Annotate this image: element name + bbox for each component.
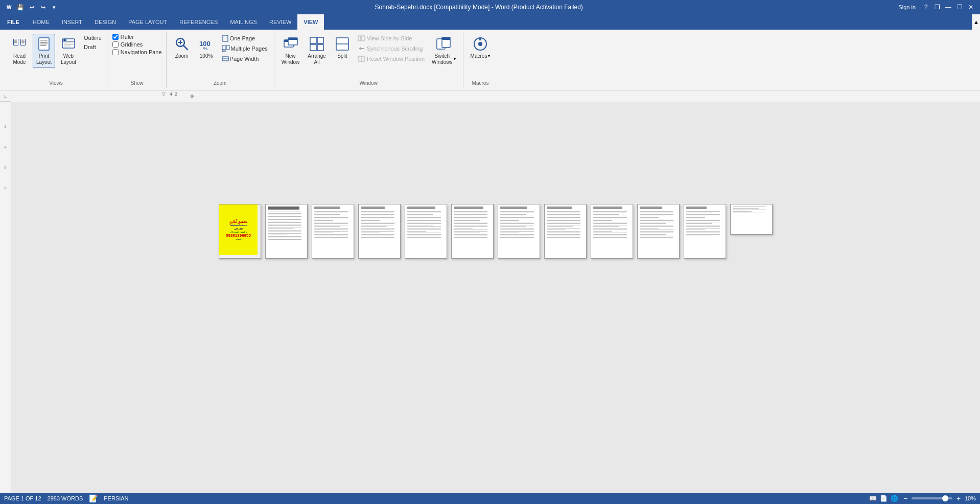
save-quick-btn[interactable]: 💾 (15, 2, 26, 12)
horizontal-ruler-area: L ▽ 4 2 ⊗ (0, 90, 980, 102)
zoom-100-btn[interactable]: 100 % 100% (195, 34, 218, 61)
customize-quick-access-btn[interactable]: ▾ (49, 2, 59, 12)
page-8 (544, 204, 587, 259)
one-page-label: One Page (230, 35, 255, 41)
text-line (268, 239, 301, 240)
read-mode-status-icon[interactable]: 📖 (869, 495, 877, 502)
reset-window-icon (358, 55, 365, 62)
tab-page-layout[interactable]: PAGE LAYOUT (122, 14, 173, 30)
tab-insert[interactable]: INSERT (56, 14, 88, 30)
navigation-pane-checkbox-label[interactable]: Navigation Pane (112, 49, 162, 55)
read-mode-btn[interactable]: ReadMode (8, 34, 31, 67)
arrange-all-btn[interactable]: ArrangeAll (305, 34, 329, 67)
window-sub-btns: View Side by Side Synchronous Scrolling (356, 34, 427, 73)
svg-rect-19 (63, 39, 66, 41)
zoom-slider[interactable] (912, 497, 952, 499)
redo-quick-btn[interactable]: ↪ (38, 2, 48, 12)
split-label: Split (337, 53, 347, 59)
print-layout-status-icon[interactable]: 📄 (880, 495, 888, 502)
zoom-out-btn[interactable]: − (901, 494, 909, 502)
arrange-all-icon (309, 36, 325, 52)
sign-in-btn[interactable]: Sign in (898, 4, 916, 10)
split-btn[interactable]: Split (331, 34, 354, 61)
tab-file[interactable]: FILE (0, 14, 27, 30)
word-count: 2983 WORDS (48, 495, 83, 501)
views-group: ReadMode PrintLayout (4, 32, 108, 88)
tab-view[interactable]: VIEW (297, 14, 324, 30)
language: PERSIAN (104, 495, 128, 501)
vertical-ruler: 2 4 6 8 (0, 102, 11, 493)
ribbon-display-btn[interactable]: ❐ (932, 2, 942, 12)
ruler-label: Ruler (121, 34, 134, 40)
print-layout-btn[interactable]: PrintLayout (33, 34, 55, 67)
tab-references[interactable]: REFERENCES (173, 14, 224, 30)
ribbon-spacer (497, 32, 976, 88)
outline-label: Outline (84, 35, 102, 41)
print-layout-label: PrintLayout (36, 53, 52, 65)
switch-arrow: ▾ (454, 57, 456, 61)
zoom-btn[interactable]: Zoom (171, 34, 193, 61)
multiple-pages-btn[interactable]: Multiple Pages (220, 44, 270, 53)
ribbon-content: ReadMode PrintLayout (0, 30, 980, 90)
doc-canvas[interactable]: تحقیق آنلاین TahghighOnline.ir فایل دانل… (11, 102, 980, 493)
title-bar-right: Sign in ? ❐ — ❐ ✕ (898, 2, 976, 12)
zoom-slider-thumb (942, 495, 948, 501)
undo-quick-btn[interactable]: ↩ (27, 2, 37, 12)
collapse-ribbon-btn[interactable]: ▲ (972, 14, 980, 30)
zoom-options: One Page Multiple Pages (220, 34, 270, 73)
tab-home[interactable]: HOME (27, 14, 56, 30)
outline-draft-group: Outline Draft (82, 34, 104, 60)
gridlines-checkbox-label[interactable]: Gridlines (112, 41, 162, 48)
text-line (268, 216, 301, 217)
switch-windows-btn[interactable]: SwitchWindows ▾ (429, 34, 459, 67)
proofing-icon[interactable]: 📝 (89, 494, 98, 502)
zoom-in-btn[interactable]: + (954, 494, 963, 502)
outline-btn[interactable]: Outline (82, 34, 104, 42)
page-width-btn[interactable]: Page Width (220, 54, 270, 63)
text-line (268, 219, 301, 220)
text-line (268, 222, 301, 223)
tab-design[interactable]: DESIGN (88, 14, 122, 30)
tab-mailings[interactable]: MAILINGS (224, 14, 263, 30)
switch-windows-label: SwitchWindows (432, 53, 453, 65)
text-line (268, 236, 301, 237)
cover-text-1: فایل دانلود (234, 227, 243, 230)
svg-rect-29 (223, 35, 228, 41)
doc-area: 2 4 6 8 تحقیق آنلاین TahghighOnline.ir ف… (0, 102, 980, 493)
show-group: Ruler Gridlines Navigation Pane Show (108, 32, 167, 88)
page-4-content (359, 204, 400, 240)
macros-group-content: Macros ▾ (468, 34, 494, 86)
new-window-btn[interactable]: NewWindow (278, 34, 303, 67)
svg-point-53 (478, 42, 482, 46)
page-5-content (405, 204, 447, 240)
zoom-group-content: Zoom 100 % 100% (171, 34, 270, 86)
ruler-content: ▽ 4 2 ⊗ (11, 90, 980, 102)
web-layout-btn[interactable]: WebLayout (57, 34, 80, 67)
one-page-btn[interactable]: One Page (220, 34, 270, 43)
minimize-btn[interactable]: — (943, 2, 953, 12)
page-7 (498, 204, 540, 259)
zoom-level-text: 10% (965, 495, 976, 501)
text-line (268, 225, 301, 226)
multiple-pages-icon (222, 45, 230, 52)
read-mode-icon (11, 36, 28, 52)
ruler-checkbox-label[interactable]: Ruler (112, 34, 162, 40)
show-group-label: Show (108, 80, 166, 86)
tab-review[interactable]: REVIEW (263, 14, 297, 30)
gridlines-checkbox[interactable] (112, 41, 119, 48)
read-mode-label: ReadMode (13, 53, 26, 65)
restore-btn[interactable]: ❐ (954, 2, 965, 12)
page-4 (358, 204, 401, 259)
svg-rect-46 (362, 36, 364, 41)
text-line (268, 213, 301, 214)
window-group: NewWindow ArrangeAll (274, 32, 463, 88)
help-btn[interactable]: ? (921, 2, 931, 12)
doc-container: L ▽ 4 2 ⊗ 2 4 6 8 (0, 90, 980, 493)
web-layout-status-icon[interactable]: 🌐 (891, 495, 898, 502)
macros-btn[interactable]: Macros ▾ (468, 34, 494, 61)
draft-btn[interactable]: Draft (82, 43, 104, 51)
ruler-checkbox[interactable] (112, 34, 119, 40)
navigation-pane-checkbox[interactable] (112, 49, 119, 55)
page-12 (730, 204, 773, 235)
close-btn[interactable]: ✕ (966, 2, 976, 12)
